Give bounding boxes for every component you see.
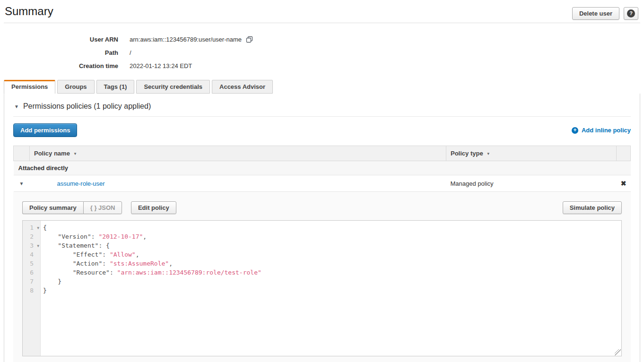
detach-policy-button[interactable]: ✖ — [617, 175, 631, 192]
line-number: 2 — [23, 232, 40, 241]
line-number: 4 — [23, 250, 40, 259]
code-line: } — [43, 286, 621, 295]
summary-field-row: User ARNarn:aws:iam::123456789:user/user… — [0, 33, 644, 46]
resize-handle-icon[interactable] — [615, 349, 621, 355]
summary-field-row: Creation time2022-01-12 13:24 EDT — [0, 59, 644, 72]
code-line: } — [43, 277, 621, 286]
add-inline-policy-label: Add inline policy — [582, 127, 631, 134]
summary-field-row: Path/ — [0, 46, 644, 59]
field-value: 2022-01-12 13:24 EDT — [130, 62, 192, 69]
actions-column-header — [617, 146, 631, 161]
sort-icon: ▼ — [73, 152, 77, 156]
help-button[interactable]: ? — [624, 7, 638, 20]
view-toggle-group: Policy summary { } JSON — [22, 201, 122, 214]
question-icon: ? — [627, 9, 635, 17]
fold-icon[interactable]: ▼ — [37, 224, 39, 233]
code-line: "Effect": "Allow", — [43, 250, 621, 259]
sort-icon: ▼ — [487, 152, 490, 156]
line-number: 5 — [23, 259, 40, 268]
line-number: 8 — [23, 286, 40, 295]
section-title: Permissions policies (1 policy applied) — [23, 102, 151, 111]
code-line: "Action": "sts:AssumeRole", — [43, 259, 621, 268]
code-line: { — [43, 223, 621, 232]
summary-fields: User ARNarn:aws:iam::123456789:user/user… — [0, 23, 644, 80]
json-policy-editor[interactable]: 1▼23▼45678 { "Version": "2012-10-17", "S… — [22, 220, 622, 356]
code-line: "Version": "2012-10-17", — [43, 232, 621, 241]
tab-groups[interactable]: Groups — [57, 80, 94, 94]
editor-code[interactable]: { "Version": "2012-10-17", "Statement": … — [41, 221, 621, 356]
plus-icon: + — [572, 127, 578, 134]
header-actions: Delete user ? — [572, 7, 638, 20]
policies-table: Policy name▼ Policy type▼ Attached direc… — [13, 146, 631, 192]
group-row-label: Attached directly — [14, 161, 631, 175]
tab-security-credentials[interactable]: Security credentials — [136, 80, 210, 94]
policy-summary-button[interactable]: Policy summary — [22, 201, 83, 214]
field-label: Creation time — [0, 62, 118, 69]
simulate-policy-button[interactable]: Simulate policy — [563, 201, 622, 214]
tab-bar: PermissionsGroupsTags (1)Security creden… — [4, 80, 644, 94]
field-label: User ARN — [0, 36, 118, 43]
line-number: 6 — [23, 268, 40, 277]
json-view-button[interactable]: { } JSON — [83, 201, 122, 214]
field-value: / — [130, 49, 131, 56]
tab-permissions[interactable]: Permissions — [4, 80, 55, 94]
policy-name-cell: assume-role-user — [30, 175, 446, 192]
table-header-row: Policy name▼ Policy type▼ — [14, 146, 631, 161]
detail-toolbar-left: Policy summary { } JSON Edit policy — [22, 201, 176, 214]
fold-icon[interactable]: ▼ — [37, 241, 39, 250]
policy-type-header-label: Policy type — [451, 150, 483, 157]
chevron-down-icon: ▼ — [19, 181, 24, 186]
permissions-policies-section-header[interactable]: ▼ Permissions policies (1 policy applied… — [13, 101, 631, 117]
tab-access-advisor[interactable]: Access Advisor — [212, 80, 273, 94]
tab-tags-1[interactable]: Tags (1) — [96, 80, 135, 94]
code-line: "Resource": "arn:aws:iam::123456789:role… — [43, 268, 621, 277]
line-number: 7 — [23, 277, 40, 286]
policy-name-column-header[interactable]: Policy name▼ — [30, 146, 446, 161]
policy-name-link[interactable]: assume-role-user — [57, 180, 105, 187]
delete-user-button[interactable]: Delete user — [572, 7, 619, 20]
close-icon: ✖ — [621, 180, 627, 187]
attached-directly-group-row: Attached directly — [14, 161, 631, 175]
field-value: arn:aws:iam::123456789:user/user-name — [130, 36, 253, 43]
policy-type-column-header[interactable]: Policy type▼ — [446, 146, 617, 161]
add-inline-policy-link[interactable]: + Add inline policy — [572, 127, 631, 134]
policy-type-cell: Managed policy — [446, 175, 617, 192]
code-line: "Statement": { — [43, 241, 621, 250]
policy-detail-panel: Policy summary { } JSON Edit policy Simu… — [13, 192, 631, 362]
permissions-toolbar: Add permissions + Add inline policy — [13, 123, 631, 137]
line-number: 3▼ — [23, 241, 40, 250]
iam-user-summary-page: Summary Delete user ? User ARNarn:aws:ia… — [0, 0, 644, 362]
permissions-panel: ▼ Permissions policies (1 policy applied… — [4, 94, 640, 362]
policy-detail-toolbar: Policy summary { } JSON Edit policy Simu… — [22, 201, 622, 214]
line-number: 1▼ — [23, 223, 40, 232]
policy-name-header-label: Policy name — [34, 150, 70, 157]
expander-column-header — [14, 146, 30, 161]
copy-icon[interactable] — [246, 36, 253, 43]
editor-gutter: 1▼23▼45678 — [23, 221, 41, 356]
page-title: Summary — [5, 5, 53, 18]
page-header: Summary Delete user ? — [0, 0, 644, 23]
field-label: Path — [0, 49, 118, 56]
add-permissions-button[interactable]: Add permissions — [13, 123, 77, 137]
edit-policy-button[interactable]: Edit policy — [131, 201, 176, 214]
row-expander[interactable]: ▼ — [14, 175, 30, 192]
collapse-icon: ▼ — [14, 104, 19, 109]
policy-table-row: ▼ assume-role-user Managed policy ✖ — [14, 175, 631, 192]
